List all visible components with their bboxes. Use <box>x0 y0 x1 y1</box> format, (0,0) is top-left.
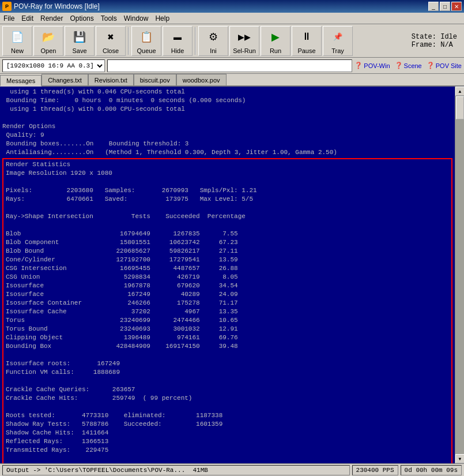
pause-icon: ⏸ <box>297 28 316 46</box>
stats-pixels: Pixels: 2203680 Samples: 2670993 Smpls/P… <box>6 186 449 195</box>
povwin-link[interactable]: ❓ POV-Win <box>354 62 390 69</box>
menu-help[interactable]: Help <box>152 13 173 24</box>
ini-button[interactable]: ⚙ Ini <box>198 26 228 56</box>
tabs-row: Messages Changes.txt Revision.txt biscui… <box>0 74 464 87</box>
menu-window[interactable]: Window <box>120 13 152 24</box>
line-renderopts: Render Options <box>2 122 452 131</box>
title-bar-text: POV-Ray for Windows [Idle] <box>14 2 100 10</box>
povsite-link[interactable]: ❓ POV Site <box>427 62 462 69</box>
hide-button[interactable]: ▬ Hide <box>163 26 193 56</box>
scene-icon: ❓ <box>395 62 403 69</box>
scrollbar[interactable]: ▲ ▼ <box>455 87 464 463</box>
scene-link[interactable]: ❓ Scene <box>395 62 422 69</box>
line-4 <box>2 114 452 122</box>
save-label: Save <box>72 47 86 54</box>
stats-torus: Torus 23240699 2474466 10.65 <box>6 316 449 325</box>
address-bar: [1920x1080 16:9 AA 0.3] ❓ POV-Win ❓ Scen… <box>0 58 464 74</box>
stats-header: Render Statistics <box>6 160 449 169</box>
stats-blank1 <box>6 178 449 186</box>
close-doc-icon: ✖ <box>101 28 120 46</box>
ini-label: Ini <box>210 47 217 54</box>
selrun-button[interactable]: ▶▶ Sel-Run <box>229 26 259 56</box>
status-pps-text: 230400 PPS <box>356 467 394 474</box>
maximize-button[interactable]: □ <box>440 2 450 11</box>
pause-button[interactable]: ⏸ Pause <box>292 26 322 56</box>
title-bar-buttons: _ □ ✕ <box>428 2 462 11</box>
tray-button[interactable]: 📌 Tray <box>323 26 353 56</box>
close-doc-label: Close <box>103 47 119 54</box>
tab-revision[interactable]: Revision.txt <box>88 74 134 85</box>
menu-render[interactable]: Render <box>37 13 66 24</box>
line-antialiasing: Antialiasing.........On (Method 1, Thres… <box>2 148 452 157</box>
queue-icon: 📋 <box>137 28 156 46</box>
close-doc-button[interactable]: ✖ Close <box>96 26 126 56</box>
stats-shadow-tests: Shadow Ray Tests: 5788786 Succeeded: 160… <box>6 420 449 429</box>
status-pps: 230400 PPS <box>352 465 398 475</box>
menu-options[interactable]: Options <box>66 13 97 24</box>
scroll-down-button[interactable]: ▼ <box>455 454 464 463</box>
open-icon: 📂 <box>39 28 58 46</box>
queue-button[interactable]: 📋 Queue <box>131 26 161 56</box>
stats-transmitted: Transmitted Rays: 229475 <box>6 446 449 455</box>
stats-shadow-hits: Shadow Cache Hits: 1411664 <box>6 429 449 437</box>
stats-crackle-hits: Crackle Cache Hits: 259749 ( 99 percent) <box>6 394 449 403</box>
tab-changes[interactable]: Changes.txt <box>42 74 88 85</box>
content-area[interactable]: using 1 thread(s) with 0.046 CPU-seconds… <box>0 87 455 463</box>
tray-icon: 📌 <box>329 28 347 46</box>
minimize-button[interactable]: _ <box>428 2 439 11</box>
line-3: using 1 thread(s) with 0.000 CPU-seconds… <box>2 105 452 114</box>
title-bar: P POV-Ray for Windows [Idle] _ □ ✕ <box>0 0 464 13</box>
scrollbar-thumb[interactable] <box>456 96 464 119</box>
status-bar: Output -> 'C:\Users\TOPFEEL\Documents\PO… <box>0 463 464 476</box>
close-button[interactable]: ✕ <box>451 2 462 11</box>
menu-tools[interactable]: Tools <box>97 13 120 24</box>
resolution-select[interactable]: [1920x1080 16:9 AA 0.3] <box>2 59 105 72</box>
stats-csgintersect: CSG Intersection 16695455 4487657 26.88 <box>6 264 449 273</box>
new-button[interactable]: 📄 New <box>2 26 32 56</box>
povwin-icon: ❓ <box>354 62 363 69</box>
tab-biscuit[interactable]: biscuit.pov <box>134 74 176 85</box>
open-button[interactable]: 📂 Open <box>33 26 63 56</box>
save-button[interactable]: 💾 Save <box>65 26 95 56</box>
stats-blobbound: Blob Bound 220685627 59826217 27.11 <box>6 247 449 256</box>
scroll-up-button[interactable]: ▲ <box>455 87 464 96</box>
stats-rays: Rays: 6470661 Saved: 173975 Max Level: 5… <box>6 195 449 204</box>
menu-edit[interactable]: Edit <box>18 13 37 24</box>
line-2: Bounding Time: 0 hours 0 minutes 0 secon… <box>2 96 452 105</box>
scene-label[interactable]: Scene <box>404 62 422 69</box>
toolbar-status: State: Idle Frame: N/A <box>412 33 462 49</box>
povsite-label[interactable]: POV Site <box>436 62 462 69</box>
status-output-text: Output -> 'C:\Users\TOPFEEL\Documents\PO… <box>6 467 185 474</box>
stats-reflected: Reflected Rays: 1366513 <box>6 437 449 446</box>
scrollbar-track[interactable] <box>455 96 464 454</box>
new-icon: 📄 <box>8 28 27 46</box>
render-stats-box: Render Statistics Image Resolution 1920 … <box>2 158 452 463</box>
stats-torusbound: Torus Bound 23240693 3001032 12.91 <box>6 325 449 333</box>
address-input[interactable] <box>107 59 352 72</box>
frame-text: Frame: N/A <box>412 41 457 49</box>
toolbar: 📄 New 📂 Open 💾 Save ✖ Close 📋 Queue ▬ Hi… <box>0 24 464 58</box>
stats-isosurface1: Isosurface 1967878 679620 34.54 <box>6 282 449 290</box>
stats-isosurfacecont: Isosurface Container 246266 175278 71.17 <box>6 299 449 308</box>
stats-blank7 <box>6 455 449 463</box>
stats-functionvm: Function VM calls: 1888689 <box>6 368 449 377</box>
stats-isosurfacecache: Isosurface Cache 37202 4967 13.35 <box>6 308 449 316</box>
stats-isoroots: Isosurface roots: 167249 <box>6 359 449 368</box>
stats-csgunion: CSG Union 5298834 426719 8.05 <box>6 273 449 282</box>
status-output: Output -> 'C:\Users\TOPFEEL\Documents\PO… <box>2 465 350 475</box>
povwin-label[interactable]: POV-Win <box>364 62 390 69</box>
line-bounding: Bounding boxes.......On Bounding thresho… <box>2 140 452 148</box>
open-label: Open <box>41 47 56 54</box>
selrun-icon: ▶▶ <box>235 28 254 46</box>
run-label: Run <box>270 47 281 54</box>
stats-blank2 <box>6 204 449 212</box>
tab-woodbox[interactable]: woodbox.pov <box>176 74 227 85</box>
status-time: 0d 00h 00m 09s <box>401 465 462 475</box>
run-button[interactable]: ▶ Run <box>261 26 291 56</box>
app-icon: P <box>2 2 12 11</box>
menu-file[interactable]: File <box>0 13 18 24</box>
tab-messages[interactable]: Messages <box>0 75 42 87</box>
stats-blobcomp: Blob Component 15801551 10623742 67.23 <box>6 238 449 247</box>
status-size: 41MB <box>193 467 208 474</box>
stats-cone: Cone/Cylinder 127192700 17279541 13.59 <box>6 256 449 264</box>
